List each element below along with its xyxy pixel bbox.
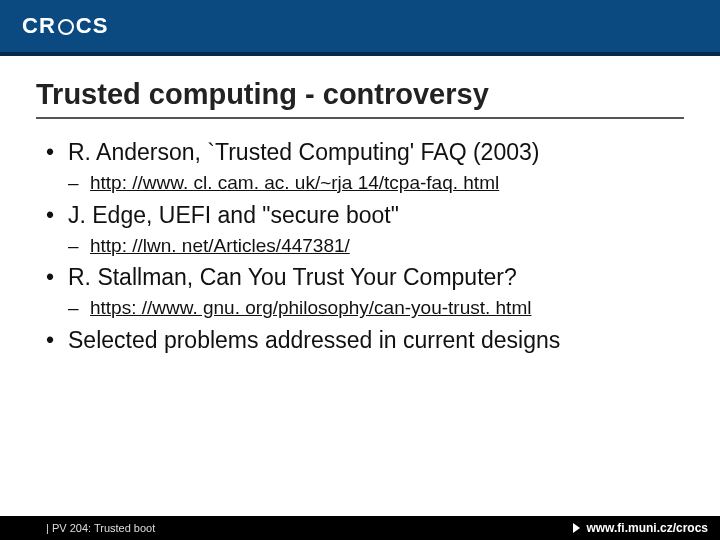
logo-text-right: CS xyxy=(76,13,109,39)
list-item: R. Anderson, `Trusted Computing' FAQ (20… xyxy=(42,137,684,196)
sub-item: https: //www. gnu. org/philosophy/can-yo… xyxy=(68,295,684,321)
item-text: J. Edge, UEFI and "secure boot" xyxy=(68,202,399,228)
reference-link[interactable]: https: //www. gnu. org/philosophy/can-yo… xyxy=(90,297,531,318)
slide-content: Trusted computing - controversy R. Ander… xyxy=(0,56,720,356)
header-bar: CR CS xyxy=(0,0,720,56)
sub-item: http: //lwn. net/Articles/447381/ xyxy=(68,233,684,259)
list-item: R. Stallman, Can You Trust Your Computer… xyxy=(42,262,684,321)
item-text: Selected problems addressed in current d… xyxy=(68,327,560,353)
bullet-list: R. Anderson, `Trusted Computing' FAQ (20… xyxy=(36,137,684,356)
footer-url: www.fi.muni.cz/crocs xyxy=(586,521,708,535)
footer-left: | PV 204: Trusted boot xyxy=(46,522,155,534)
sub-item: http: //www. cl. cam. ac. uk/~rja 14/tcp… xyxy=(68,170,684,196)
list-item: Selected problems addressed in current d… xyxy=(42,325,684,356)
footer-right: www.fi.muni.cz/crocs xyxy=(573,521,708,535)
logo-ring-icon xyxy=(58,19,74,35)
sub-list: https: //www. gnu. org/philosophy/can-yo… xyxy=(68,295,684,321)
slide-title: Trusted computing - controversy xyxy=(36,78,684,119)
sub-list: http: //lwn. net/Articles/447381/ xyxy=(68,233,684,259)
item-text: R. Anderson, `Trusted Computing' FAQ (20… xyxy=(68,139,539,165)
sub-list: http: //www. cl. cam. ac. uk/~rja 14/tcp… xyxy=(68,170,684,196)
reference-link[interactable]: http: //www. cl. cam. ac. uk/~rja 14/tcp… xyxy=(90,172,499,193)
list-item: J. Edge, UEFI and "secure boot" http: //… xyxy=(42,200,684,259)
item-text: R. Stallman, Can You Trust Your Computer… xyxy=(68,264,517,290)
footer-bar: | PV 204: Trusted boot www.fi.muni.cz/cr… xyxy=(0,516,720,540)
logo-text-left: CR xyxy=(22,13,56,39)
reference-link[interactable]: http: //lwn. net/Articles/447381/ xyxy=(90,235,350,256)
arrow-icon xyxy=(573,523,580,533)
logo: CR CS xyxy=(22,13,108,39)
